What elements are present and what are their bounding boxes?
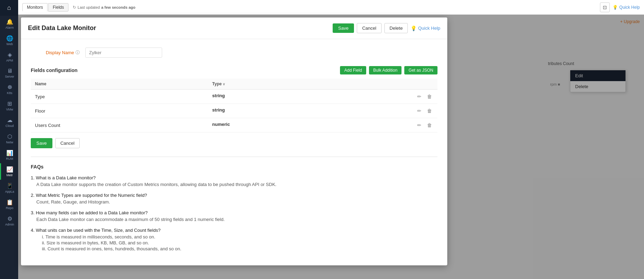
cloud-icon: ☁ [7, 117, 13, 123]
sidebar-item-k8s[interactable]: ☸ K8s [0, 81, 18, 98]
edit-row-floor-button[interactable]: ✏ [416, 107, 423, 114]
sidebar-item-alarm[interactable]: 🔔 Alarm [0, 16, 18, 32]
bottom-save-button[interactable]: Save [31, 138, 52, 148]
faqs-title: FAQs [31, 164, 437, 170]
sidebar-item-cloud[interactable]: ☁ Cloud [0, 114, 18, 130]
sidebar-item-metrics[interactable]: 📈 Metr [0, 163, 18, 180]
sidebar-label-cloud: Cloud [6, 124, 14, 128]
sidebar-label-rum: RUM [6, 157, 13, 160]
sidebar-label-vmw: VMw [6, 108, 13, 111]
rum-icon: 📊 [6, 150, 13, 156]
faq-answer-3: Each Data Lake monitor can accommodate a… [36, 217, 437, 222]
col-name: Name [31, 79, 208, 90]
edit-row-type-button[interactable]: ✏ [416, 93, 423, 100]
delete-row-type-button[interactable]: 🗑 [426, 93, 433, 100]
modal-delete-button[interactable]: Delete [384, 23, 408, 33]
reports-icon: 📋 [6, 199, 13, 206]
tab-fields[interactable]: Fields [48, 3, 68, 12]
sidebar-label-network: Netw [6, 141, 13, 144]
last-updated-text: Last updated [78, 5, 100, 9]
faq-question-4: 4. What units can be used with the Time,… [31, 228, 437, 233]
sidebar-item-apm[interactable]: ◈ APM [0, 49, 18, 65]
top-bar: Monitors Fields ↻ Last updated a few sec… [18, 0, 644, 15]
sidebar-item-reports[interactable]: 📋 Repo [0, 196, 18, 213]
alarm-icon: 🔔 [6, 19, 13, 25]
type-col-label: Type [212, 81, 222, 86]
vmw-icon: ⊞ [7, 100, 12, 107]
delete-row-floor-button[interactable]: 🗑 [426, 107, 433, 114]
refresh-icon[interactable]: ↻ [73, 5, 76, 10]
sidebar-item-rum[interactable]: 📊 RUM [0, 147, 18, 163]
applause-icon: 📱 [6, 183, 13, 189]
sidebar-item-web[interactable]: 🌐 Web [0, 32, 18, 49]
display-name-row: Display Name ⓘ [31, 48, 437, 58]
sidebar-item-network[interactable]: ⬡ Netw [0, 130, 18, 147]
monitor-icon-button[interactable]: ⊡ [600, 2, 610, 12]
sidebar: ⌂ 🔔 Alarm 🌐 Web ◈ APM 🖥 Server ☸ K8s ⊞ V… [0, 0, 18, 279]
fields-config-title: Fields configuration [31, 67, 78, 73]
quick-help-top-button[interactable]: 💡 Quick Help [613, 5, 640, 10]
faq-item-3: 3. How many fields can be added to a Dat… [31, 210, 437, 222]
sidebar-item-vmw[interactable]: ⊞ VMw [0, 98, 18, 114]
faq-item-1: 1. What is a Data Lake monitor? A Data L… [31, 175, 437, 187]
fields-config-actions: Add Field Bulk Addition Get as JSON [340, 66, 437, 74]
sidebar-item-admin[interactable]: ⚙ Admin [0, 213, 18, 229]
sidebar-label-web: Web [6, 42, 13, 46]
type-sort-control[interactable]: Type ∨ [212, 81, 433, 86]
modal-quick-help-button[interactable]: 💡 Quick Help [411, 26, 440, 31]
sidebar-label-apm: APM [6, 59, 13, 62]
tab-group: Monitors Fields [22, 3, 68, 12]
row-actions-type: ✏ 🗑 [416, 93, 433, 100]
modal-cancel-button[interactable]: Cancel [357, 23, 381, 33]
field-type-type: string ✏ 🗑 [208, 90, 437, 104]
faqs-section: FAQs 1. What is a Data Lake monitor? A D… [31, 157, 437, 251]
bottom-cancel-button[interactable]: Cancel [55, 138, 80, 148]
faq-question-2: 2. What Metric Types are supported for t… [31, 193, 437, 198]
bulb-icon-modal: 💡 [411, 26, 417, 31]
last-updated-info: ↻ Last updated a few seconds ago [73, 5, 135, 10]
bottom-actions: Save Cancel [31, 138, 437, 148]
edit-monitor-modal: Edit Data Lake Monitor Save Cancel Delet… [21, 17, 447, 265]
field-type-users-count: numeric ✏ 🗑 [208, 118, 437, 133]
bulb-icon-top: 💡 [613, 5, 618, 10]
add-field-button[interactable]: Add Field [340, 66, 366, 74]
modal-overlay: Edit Data Lake Monitor Save Cancel Delet… [18, 15, 644, 279]
sidebar-label-k8s: K8s [7, 91, 13, 95]
display-name-text: Display Name [46, 50, 74, 55]
sidebar-item-server[interactable]: 🖥 Server [0, 65, 18, 81]
faq-question-1: 1. What is a Data Lake monitor? [31, 175, 437, 180]
faq-answer-2: Count, Rate, Gauge, and Histogram. [36, 199, 437, 205]
modal-save-button[interactable]: Save [333, 23, 354, 33]
faq-item-4: 4. What units can be used with the Time,… [31, 228, 437, 251]
sidebar-item-applause[interactable]: 📱 AppLa [0, 180, 18, 196]
modal-body: Display Name ⓘ Fields configuration Add … [21, 39, 447, 265]
network-icon: ⬡ [7, 133, 12, 140]
delete-row-users-count-button[interactable]: 🗑 [426, 122, 433, 129]
get-json-button[interactable]: Get as JSON [404, 66, 437, 74]
table-header-row: Name Type ∨ [31, 79, 437, 90]
apm-icon: ◈ [8, 51, 12, 58]
sidebar-label-alarm: Alarm [6, 26, 14, 29]
col-type[interactable]: Type ∨ [208, 79, 437, 90]
server-icon: 🖥 [7, 68, 13, 74]
sidebar-label-reports: Repo [6, 206, 14, 210]
faq-question-3: 3. How many fields can be added to a Dat… [31, 210, 437, 215]
display-name-input[interactable] [85, 48, 162, 58]
row-actions-users-count: ✏ 🗑 [416, 122, 433, 129]
faq-sub-answer-4-ii: ii. Size is measured in bytes, KB, MB, G… [42, 240, 437, 245]
modal-header: Edit Data Lake Monitor Save Cancel Delet… [21, 17, 447, 39]
modal-quick-help-label: Quick Help [418, 26, 440, 31]
last-updated-time: a few seconds ago [101, 5, 136, 9]
info-icon: ⓘ [75, 50, 80, 56]
sidebar-label-server: Server [5, 75, 14, 78]
field-name-type: Type [31, 90, 208, 104]
modal-header-actions: Save Cancel Delete 💡 Quick Help [333, 23, 440, 33]
display-name-label: Display Name ⓘ [31, 50, 80, 56]
fields-config-header: Fields configuration Add Field Bulk Addi… [31, 66, 437, 74]
sidebar-logo[interactable]: ⌂ [0, 0, 18, 16]
edit-row-users-count-button[interactable]: ✏ [416, 122, 423, 129]
tab-monitors[interactable]: Monitors [22, 3, 48, 12]
sidebar-label-admin: Admin [5, 223, 14, 226]
bulk-addition-button[interactable]: Bulk Addition [369, 66, 401, 74]
admin-icon: ⚙ [7, 215, 12, 222]
